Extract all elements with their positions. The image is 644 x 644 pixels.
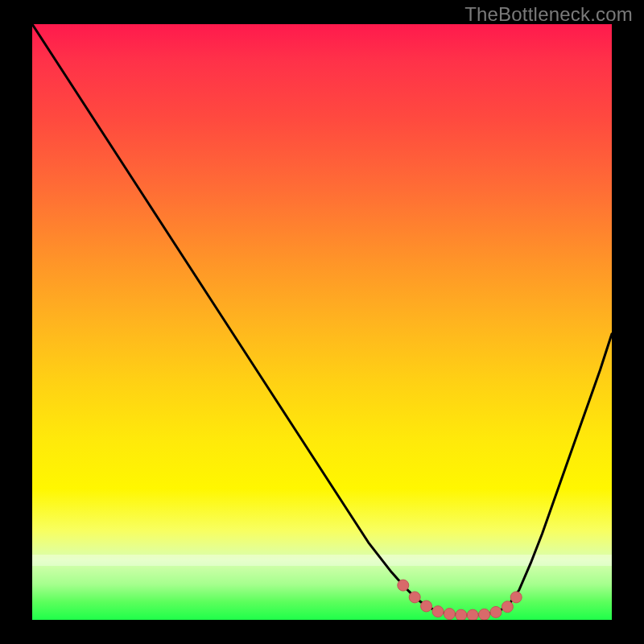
chart-frame: TheBottleneck.com — [0, 0, 644, 644]
bottom-dots-group — [398, 580, 522, 620]
bottom-dot — [479, 609, 490, 620]
bottom-dot — [456, 609, 467, 620]
bottom-dot — [432, 606, 444, 617]
bottleneck-curve — [32, 24, 612, 615]
bottom-dot — [490, 606, 502, 617]
plot-area — [32, 24, 612, 620]
bottom-dot — [502, 601, 513, 613]
bottom-dot — [467, 609, 478, 620]
bottom-dot — [421, 601, 432, 612]
bottom-dot — [409, 592, 420, 603]
watermark-text: TheBottleneck.com — [464, 3, 633, 26]
chart-svg — [32, 24, 612, 620]
bottom-dot — [444, 609, 455, 620]
bottom-dot — [510, 592, 522, 603]
bottom-dot — [398, 580, 409, 591]
